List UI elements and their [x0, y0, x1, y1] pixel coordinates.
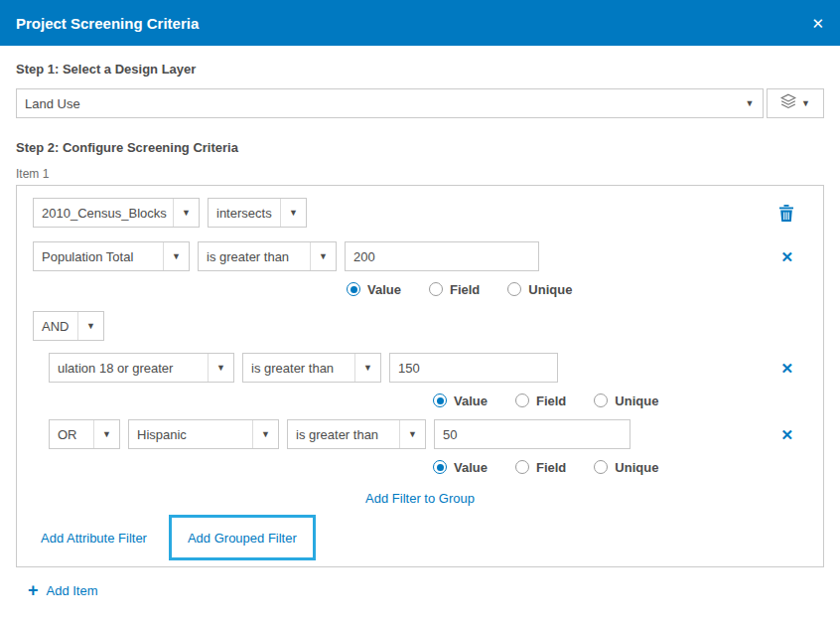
- layers-icon: [780, 93, 796, 113]
- filter-operator-value: is greater than: [288, 427, 399, 442]
- filter-row: OR ▼ Hispanic ▼ is greater than ▼ ✕: [49, 419, 807, 449]
- radio-selected-icon: [433, 393, 447, 407]
- radio-unselected-icon: [594, 393, 608, 407]
- dialog-title: Project Screening Criteria: [16, 15, 199, 32]
- design-layer-value: Land Use: [17, 96, 737, 111]
- remove-filter-button[interactable]: ✕: [780, 249, 793, 264]
- radio-unselected-icon: [429, 282, 443, 296]
- dialog-header: Project Screening Criteria ✕: [0, 0, 840, 46]
- mode-radio-value[interactable]: Value: [433, 393, 488, 408]
- radio-selected-icon: [433, 460, 447, 474]
- mode-radio-value[interactable]: Value: [347, 282, 401, 297]
- panel-bottom-links: Add Attribute Filter Add Grouped Filter: [33, 515, 807, 560]
- filter-layer-select[interactable]: 2010_Census_Blocks ▼: [33, 198, 200, 228]
- filter-operator-select[interactable]: is greater than ▼: [198, 241, 337, 271]
- logic-operator-select[interactable]: AND ▼: [33, 311, 104, 341]
- chevron-down-icon: ▼: [252, 420, 278, 448]
- chevron-down-icon: ▼: [354, 354, 380, 382]
- filter-value-input[interactable]: [434, 419, 630, 449]
- plus-icon: +: [28, 581, 39, 599]
- filter-group: ulation 18 or greater ▼ is greater than …: [49, 353, 807, 476]
- filter-operator-value: is greater than: [243, 361, 354, 376]
- filter-field-value: Hispanic: [129, 427, 252, 442]
- chevron-down-icon: ▼: [77, 312, 103, 340]
- spatial-operator-select[interactable]: intersects ▼: [208, 198, 307, 228]
- chevron-down-icon: ▼: [310, 242, 336, 270]
- screening-item-panel: 2010_Census_Blocks ▼ intersects ▼: [16, 185, 824, 567]
- mode-radio-unique[interactable]: Unique: [594, 393, 658, 408]
- filter-field-value: ulation 18 or greater: [50, 361, 208, 376]
- filter-value-input[interactable]: [389, 353, 558, 383]
- chevron-down-icon: ▼: [737, 89, 763, 117]
- mode-radio-value[interactable]: Value: [433, 460, 488, 475]
- logic-operator-value: OR: [50, 427, 93, 442]
- filter-field-value: Population Total: [34, 249, 163, 264]
- logic-operator-select[interactable]: OR ▼: [49, 419, 120, 449]
- filter-field-select[interactable]: Population Total ▼: [33, 241, 190, 271]
- radio-unselected-icon: [515, 393, 529, 407]
- logic-operator-row: AND ▼: [33, 311, 807, 341]
- filter-mode-row: Value Field Unique: [347, 280, 807, 298]
- mode-radio-unique[interactable]: Unique: [594, 460, 658, 475]
- radio-selected-icon: [347, 282, 360, 296]
- filter-field-select[interactable]: ulation 18 or greater ▼: [49, 353, 234, 383]
- spatial-operator-value: intersects: [209, 206, 280, 221]
- mode-radio-field[interactable]: Field: [515, 460, 566, 475]
- trash-icon: [779, 205, 793, 222]
- add-filter-to-group-row: Add Filter to Group: [33, 489, 807, 505]
- layer-operator-row: 2010_Census_Blocks ▼ intersects ▼: [33, 198, 807, 228]
- radio-unselected-icon: [507, 282, 521, 296]
- add-item-label: Add Item: [47, 583, 98, 598]
- radio-unselected-icon: [515, 460, 529, 474]
- add-item-button[interactable]: + Add Item: [16, 581, 824, 599]
- layer-list-button[interactable]: ▼: [767, 88, 824, 118]
- filter-field-select[interactable]: Hispanic ▼: [128, 419, 279, 449]
- chevron-down-icon: ▼: [801, 98, 810, 108]
- chevron-down-icon: ▼: [173, 199, 199, 227]
- chevron-down-icon: ▼: [163, 242, 189, 270]
- filter-row: Population Total ▼ is greater than ▼ ✕: [33, 241, 807, 271]
- delete-item-button[interactable]: [779, 205, 793, 222]
- logic-operator-value: AND: [34, 319, 77, 334]
- remove-filter-button[interactable]: ✕: [780, 427, 793, 442]
- add-filter-to-group-link[interactable]: Add Filter to Group: [365, 491, 475, 506]
- chevron-down-icon: ▼: [208, 354, 233, 382]
- mode-radio-field[interactable]: Field: [515, 393, 566, 408]
- remove-filter-button[interactable]: ✕: [780, 361, 793, 376]
- filter-operator-select[interactable]: is greater than ▼: [287, 419, 426, 449]
- step2-label: Step 2: Configure Screening Criteria: [16, 140, 824, 155]
- chevron-down-icon: ▼: [93, 420, 119, 448]
- item-label: Item 1: [16, 167, 824, 181]
- add-grouped-filter-link[interactable]: Add Grouped Filter: [188, 531, 297, 546]
- dialog-body: Step 1: Select a Design Layer Land Use ▼…: [0, 46, 840, 599]
- chevron-down-icon: ▼: [280, 199, 306, 227]
- design-layer-select[interactable]: Land Use ▼: [16, 88, 764, 118]
- add-grouped-filter-highlight: Add Grouped Filter: [169, 515, 316, 560]
- radio-unselected-icon: [594, 460, 608, 474]
- filter-row: ulation 18 or greater ▼ is greater than …: [49, 353, 807, 383]
- project-screening-dialog: Project Screening Criteria ✕ Step 1: Sel…: [0, 0, 840, 628]
- close-icon[interactable]: ✕: [811, 16, 824, 31]
- filter-operator-select[interactable]: is greater than ▼: [242, 353, 381, 383]
- design-layer-row: Land Use ▼ ▼: [16, 88, 824, 118]
- filter-mode-row: Value Field Unique: [433, 392, 807, 409]
- filter-mode-row: Value Field Unique: [433, 458, 807, 476]
- mode-radio-unique[interactable]: Unique: [507, 282, 572, 297]
- chevron-down-icon: ▼: [399, 420, 425, 448]
- add-attribute-filter-link[interactable]: Add Attribute Filter: [41, 531, 147, 546]
- step1-label: Step 1: Select a Design Layer: [16, 62, 824, 77]
- mode-radio-field[interactable]: Field: [429, 282, 480, 297]
- filter-value-input[interactable]: [345, 241, 539, 271]
- filter-operator-value: is greater than: [199, 249, 310, 264]
- filter-layer-value: 2010_Census_Blocks: [34, 206, 173, 221]
